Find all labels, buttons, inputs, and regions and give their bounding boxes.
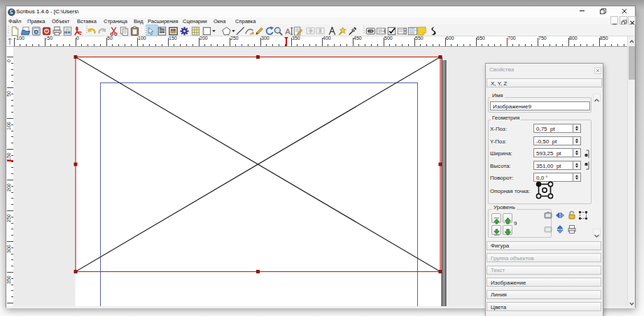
- svg-text:OK: OK: [369, 29, 373, 33]
- svg-text:A: A: [285, 27, 290, 36]
